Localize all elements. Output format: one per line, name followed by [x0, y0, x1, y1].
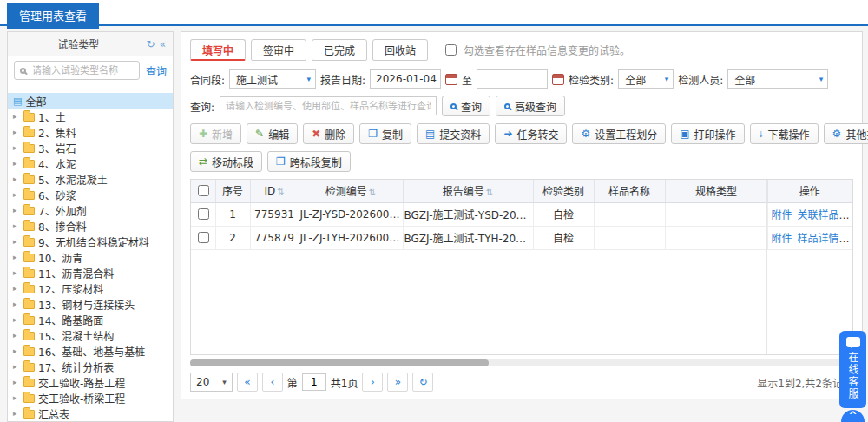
tree-item-soil[interactable]: ▸1、土: [8, 109, 173, 124]
header-test-code[interactable]: 检测编号⇅: [299, 180, 403, 202]
other-actions-button[interactable]: ⚙ 其他操作: [824, 123, 868, 144]
collapse-sidebar-icon[interactable]: «: [160, 38, 166, 50]
related-sample-link[interactable]: 关联样品: [798, 209, 839, 221]
caret-icon: ▸: [13, 268, 20, 277]
tree-item-label: 2、集料: [38, 125, 76, 140]
first-page-button[interactable]: «: [237, 373, 258, 392]
page-tab-management-table[interactable]: 管理用表查看: [7, 3, 99, 29]
caret-icon: ▸: [13, 143, 20, 152]
tree-item-statistics[interactable]: ▸17、统计分析表: [8, 359, 173, 374]
sample-change-checkbox[interactable]: [445, 44, 457, 56]
tree-item-grouting[interactable]: ▸12、压浆材料: [8, 280, 173, 296]
tree-item-roadbed[interactable]: ▸14、路基路面: [8, 312, 173, 327]
table-row[interactable]: 1 775931 JL-ZJ-YSD-202600003 BGZJ-施工测试-Y…: [191, 202, 852, 226]
refresh-icon[interactable]: ↻: [147, 38, 155, 50]
folder-icon: [23, 363, 35, 372]
search-button[interactable]: 查询: [442, 96, 490, 116]
tab-filling[interactable]: 填写中: [190, 39, 246, 61]
attachment-link[interactable]: 附件: [772, 209, 792, 221]
page-size-select[interactable]: 20 ▾: [190, 373, 233, 392]
prev-page-button[interactable]: ‹: [262, 373, 283, 392]
tree-item-concrete-structure[interactable]: ▸15、混凝土结构: [8, 327, 173, 343]
tree-item-steel[interactable]: ▸13、钢材与连接接头: [8, 296, 173, 312]
category-label: 检验类别:: [569, 72, 614, 87]
tab-signing[interactable]: 签审中: [251, 39, 306, 61]
category-select[interactable]: 全部 ▾: [618, 69, 674, 89]
query-row: 查询: 查询 高级查询: [190, 96, 853, 116]
test-type-search-input[interactable]: [30, 64, 134, 77]
table-row[interactable]: 2 775879 JL-ZJ-TYH-202600001 BGZJ-施工测试-T…: [191, 226, 852, 249]
tree-item-asphalt[interactable]: ▸10、沥青: [8, 249, 173, 265]
scrollbar-thumb[interactable]: [190, 359, 489, 366]
advanced-search-button[interactable]: 高级查询: [496, 96, 565, 116]
caret-icon: ▸: [13, 190, 20, 199]
tree-item-all[interactable]: ▤ 全部: [8, 93, 173, 109]
toolbar-row-2: ⇄ 移动标段 ❐ 跨标段复制: [190, 151, 853, 172]
sidebar-search-button[interactable]: 查询: [146, 63, 167, 78]
reload-button[interactable]: ↻: [412, 373, 433, 392]
tree-item-summary[interactable]: ▸汇总表: [8, 406, 173, 421]
pagination-bar: 20 ▾ « ‹ 第 共1页 › » ↻ 显示1到2,共2条记录: [190, 373, 853, 392]
contract-select[interactable]: 施工测试 ▾: [229, 69, 316, 89]
tree-item-asphalt-mix[interactable]: ▸11、沥青混合料: [8, 265, 173, 280]
online-service-widget[interactable]: 在线客服: [839, 331, 866, 408]
tree-item-cement[interactable]: ▸4、水泥: [8, 155, 173, 171]
page-number-input[interactable]: [302, 373, 326, 391]
task-transfer-button[interactable]: ➔ 任务转交: [495, 123, 567, 144]
last-page-button[interactable]: »: [387, 373, 408, 392]
header-id[interactable]: ID⇅: [250, 180, 299, 202]
cell-spec-type: [665, 226, 767, 249]
horizontal-scrollbar[interactable]: [190, 359, 853, 366]
tree-item-foundation[interactable]: ▸16、基础、地基与基桩: [8, 343, 173, 359]
copy-button[interactable]: ❐ 复制: [359, 123, 411, 144]
header-report-code[interactable]: 报告编号⇅: [403, 180, 533, 202]
tree-item-label: 全部: [25, 94, 46, 109]
next-page-button[interactable]: ›: [362, 373, 383, 392]
cell-operations: 附件关联样品更多: [767, 202, 852, 226]
cell-operations: 附件样品详情更多: [767, 226, 852, 249]
calendar-icon[interactable]: [552, 74, 564, 85]
tree-item-handover-bridge[interactable]: ▸交工验收-桥梁工程: [8, 390, 173, 406]
sample-detail-link[interactable]: 样品详情: [798, 233, 839, 245]
tree-item-admixture[interactable]: ▸7、外加剂: [8, 202, 173, 218]
tree-item-label: 11、沥青混合料: [38, 266, 114, 280]
add-button[interactable]: ✚ 新增: [190, 123, 241, 144]
keyword-search-input[interactable]: [220, 96, 437, 115]
tree-item-handover-roadbed[interactable]: ▸交工验收-路基工程: [8, 374, 173, 390]
edit-button[interactable]: ✎ 编辑: [247, 123, 298, 144]
sidebar-title: 试验类型: [15, 36, 142, 51]
person-select[interactable]: 全部 ▾: [727, 69, 828, 89]
tree-item-blend[interactable]: ▸8、掺合料: [8, 218, 173, 234]
tab-completed[interactable]: 已完成: [312, 39, 367, 61]
attachment-link[interactable]: 附件: [772, 233, 792, 245]
tree-item-mortar[interactable]: ▸6、砂浆: [8, 187, 173, 202]
report-date-from-input[interactable]: 2026-01-04: [370, 69, 441, 89]
tree-item-label: 17、统计分析表: [38, 359, 114, 374]
cross-section-copy-button[interactable]: ❐ 跨标段复制: [267, 151, 351, 172]
tree-item-inorganic[interactable]: ▸9、无机结合料稳定材料: [8, 234, 173, 249]
tree-item-aggregate[interactable]: ▸2、集料: [8, 124, 173, 140]
tree-item-label: 14、路基路面: [38, 313, 103, 327]
select-all-checkbox[interactable]: [198, 185, 209, 196]
header-seq[interactable]: 序号: [215, 180, 250, 202]
tree-item-concrete[interactable]: ▸5、水泥混凝土: [8, 171, 173, 187]
row-checkbox[interactable]: [198, 208, 209, 220]
tree-item-rock[interactable]: ▸3、岩石: [8, 140, 173, 155]
submit-data-button[interactable]: ▤ 提交资料: [417, 123, 490, 144]
cell-sample-name: [594, 202, 665, 226]
move-section-button[interactable]: ⇄ 移动标段: [190, 151, 262, 172]
delete-button[interactable]: ✖ 删除: [303, 123, 354, 144]
chevron-down-icon: ▾: [819, 75, 824, 83]
download-actions-button[interactable]: ↓ 下载操作: [750, 123, 819, 144]
print-actions-button[interactable]: ▣ 打印操作: [671, 123, 744, 144]
report-date-to-input[interactable]: [477, 69, 548, 89]
download-icon: ↓: [759, 129, 764, 139]
project-division-button[interactable]: ⚙ 设置工程划分: [572, 123, 666, 144]
row-checkbox[interactable]: [198, 232, 209, 243]
caret-icon: ▸: [13, 284, 20, 293]
tree-item-label: 1、土: [38, 109, 66, 124]
calendar-icon[interactable]: [445, 74, 457, 85]
header-report-code-label: 报告编号: [443, 186, 484, 198]
test-type-sidebar: 试验类型 ↻ « 查询 ▤ 全部 ▸1、土 ▸2、集料 ▸3、岩石 ▸4、水泥 …: [7, 31, 174, 422]
tab-recycle-bin[interactable]: 回收站: [372, 39, 428, 61]
